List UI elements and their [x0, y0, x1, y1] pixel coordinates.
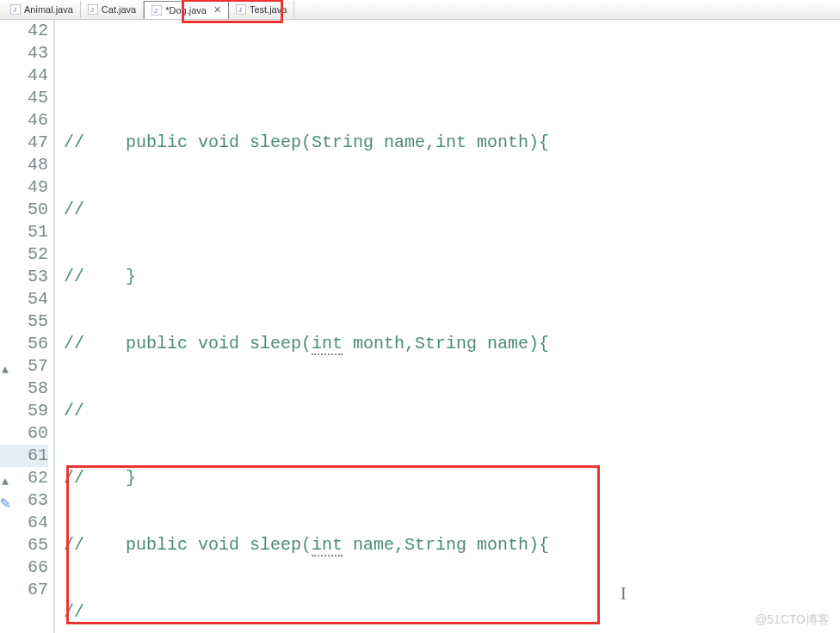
editor-tabs: J Animal.java J Cat.java J *Dog.java ✕ J…: [0, 0, 840, 20]
code-text: //: [64, 199, 840, 221]
tab-label: Test.java: [250, 4, 287, 15]
code-area[interactable]: I // public void sleep(String name,int m…: [55, 20, 840, 633]
java-file-icon: J: [10, 4, 21, 15]
tab-label: Animal.java: [24, 4, 73, 15]
todo-marker-icon: ✎: [0, 493, 10, 515]
close-icon[interactable]: ✕: [213, 4, 221, 15]
tab-test[interactable]: J Test.java: [229, 1, 294, 18]
code-editor[interactable]: 424344454647484950515253545556 ▴57 58596…: [0, 20, 840, 633]
svg-text:J: J: [90, 6, 94, 14]
tab-label: Cat.java: [102, 4, 136, 15]
svg-text:J: J: [154, 7, 158, 15]
code-text: // }: [64, 266, 840, 288]
tab-label: *Dog.java: [165, 5, 207, 15]
override-marker-icon: ▴: [0, 359, 10, 381]
svg-text:J: J: [238, 6, 242, 14]
line-gutter: 424344454647484950515253545556 ▴57 58596…: [0, 20, 55, 633]
tab-cat[interactable]: J Cat.java: [81, 1, 144, 18]
tab-animal[interactable]: J Animal.java: [3, 1, 81, 18]
java-file-icon: J: [88, 4, 98, 15]
svg-text:J: J: [13, 6, 16, 14]
code-text: //: [64, 132, 126, 152]
java-file-icon: J: [236, 4, 246, 15]
java-file-icon: J: [151, 5, 162, 15]
tab-dog[interactable]: J *Dog.java ✕: [144, 1, 229, 19]
watermark: @51CTO博客: [755, 612, 830, 628]
text-cursor-icon: I: [621, 582, 627, 605]
